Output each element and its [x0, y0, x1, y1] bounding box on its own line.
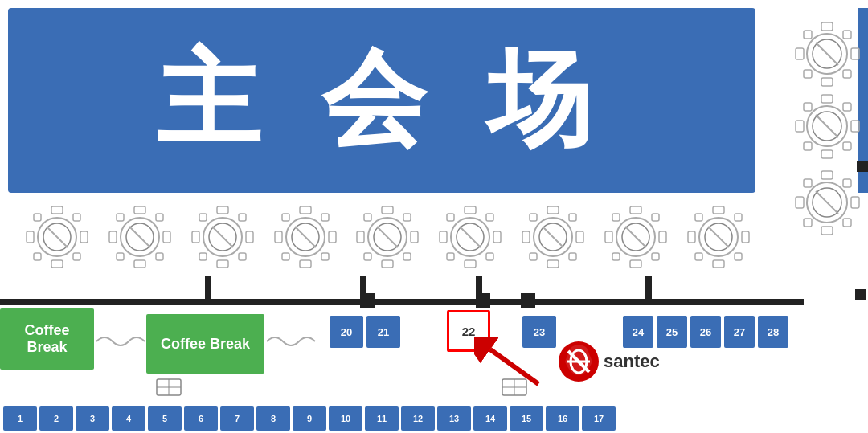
table-m3: [190, 205, 255, 269]
booth-26[interactable]: 26: [690, 316, 721, 348]
svg-rect-106: [530, 214, 537, 221]
svg-rect-87: [403, 253, 411, 260]
table-m1: [25, 205, 89, 269]
svg-rect-9: [804, 70, 812, 78]
bottom-booth-9[interactable]: 9: [293, 406, 326, 431]
booth-20[interactable]: 20: [330, 316, 363, 348]
santec-logo: santec: [559, 341, 660, 382]
svg-rect-81: [382, 260, 393, 268]
svg-line-35: [47, 227, 68, 247]
top-booth-bar: [0, 299, 804, 305]
bottom-booth-14[interactable]: 14: [473, 406, 507, 431]
svg-rect-109: [569, 253, 576, 260]
svg-rect-51: [117, 214, 124, 221]
svg-rect-105: [576, 231, 583, 243]
svg-rect-50: [163, 231, 170, 243]
svg-rect-19: [843, 103, 851, 111]
svg-rect-120: [652, 253, 659, 260]
svg-rect-21: [843, 142, 851, 150]
santec-label: santec: [604, 351, 660, 372]
bottom-booth-15[interactable]: 15: [510, 406, 543, 431]
svg-rect-94: [493, 231, 501, 243]
bottom-booth-2[interactable]: 2: [39, 406, 73, 431]
svg-rect-31: [804, 219, 812, 227]
svg-rect-39: [80, 231, 88, 243]
bottom-booth-11[interactable]: 11: [365, 406, 399, 431]
tables-middle-row: [0, 205, 776, 269]
svg-rect-128: [695, 214, 702, 221]
svg-rect-26: [821, 227, 833, 235]
bottom-booth-1[interactable]: 1: [3, 406, 37, 431]
svg-rect-96: [486, 214, 493, 221]
bottom-booth-10[interactable]: 10: [329, 406, 362, 431]
svg-rect-18: [804, 103, 812, 111]
svg-rect-59: [217, 260, 228, 268]
svg-rect-60: [192, 231, 199, 243]
svg-rect-20: [804, 142, 812, 150]
svg-rect-125: [713, 260, 724, 268]
bottom-booth-7[interactable]: 7: [220, 406, 254, 431]
svg-rect-124: [713, 206, 724, 214]
svg-rect-116: [659, 231, 666, 243]
floor-plan: 主 会 场: [0, 0, 868, 433]
svg-rect-64: [199, 253, 207, 260]
svg-rect-118: [652, 214, 659, 221]
svg-rect-76: [321, 253, 329, 260]
svg-rect-119: [612, 253, 620, 260]
table-m4: [273, 205, 338, 269]
bottom-booth-4[interactable]: 4: [112, 406, 145, 431]
svg-rect-72: [329, 231, 336, 243]
svg-rect-15: [821, 150, 833, 158]
svg-rect-65: [239, 253, 246, 260]
svg-rect-17: [851, 121, 859, 132]
bottom-booth-13[interactable]: 13: [437, 406, 471, 431]
svg-rect-43: [73, 253, 80, 260]
svg-rect-37: [51, 260, 63, 268]
svg-rect-42: [34, 253, 41, 260]
right-sq-2: [855, 289, 866, 300]
booth-28[interactable]: 28: [758, 316, 788, 348]
table-icon-r3: [793, 169, 862, 237]
svg-rect-38: [27, 231, 34, 243]
bottom-booth-3[interactable]: 3: [76, 406, 109, 431]
svg-rect-91: [465, 206, 476, 214]
svg-line-90: [460, 227, 481, 247]
booth-25[interactable]: 25: [657, 316, 687, 348]
svg-rect-40: [34, 214, 41, 221]
booth-21[interactable]: 21: [366, 316, 400, 348]
svg-rect-93: [440, 231, 447, 243]
svg-line-46: [129, 227, 150, 247]
svg-rect-63: [239, 214, 246, 221]
small-table-icon-2: [498, 375, 530, 399]
svg-rect-3: [821, 22, 833, 31]
bottom-booth-12[interactable]: 12: [401, 406, 435, 431]
table-m5: [355, 205, 420, 269]
bottom-booth-16[interactable]: 16: [546, 406, 579, 431]
svg-rect-49: [109, 231, 117, 243]
svg-rect-36: [51, 206, 63, 214]
block-connector-1: [360, 293, 375, 308]
svg-rect-104: [522, 231, 530, 243]
svg-rect-53: [117, 253, 124, 260]
svg-rect-85: [403, 214, 411, 221]
svg-rect-75: [282, 253, 289, 260]
svg-rect-10: [843, 70, 851, 78]
booth-27[interactable]: 27: [724, 316, 755, 348]
table-m6: [438, 205, 502, 269]
svg-line-57: [212, 227, 233, 247]
svg-rect-8: [843, 31, 851, 39]
svg-rect-98: [486, 253, 493, 260]
svg-rect-102: [547, 206, 559, 214]
svg-rect-16: [796, 121, 804, 132]
coffee-break-1: Coffee Break: [0, 308, 94, 370]
svg-rect-127: [742, 231, 749, 243]
bottom-booth-6[interactable]: 6: [184, 406, 218, 431]
right-sq-1: [857, 161, 868, 172]
svg-rect-80: [382, 206, 393, 214]
svg-line-24: [816, 191, 838, 214]
bottom-booth-5[interactable]: 5: [148, 406, 182, 431]
bottom-booth-17[interactable]: 17: [582, 406, 616, 431]
table-icon-r2: [793, 92, 862, 161]
bottom-booth-8[interactable]: 8: [256, 406, 290, 431]
svg-rect-30: [843, 179, 851, 187]
